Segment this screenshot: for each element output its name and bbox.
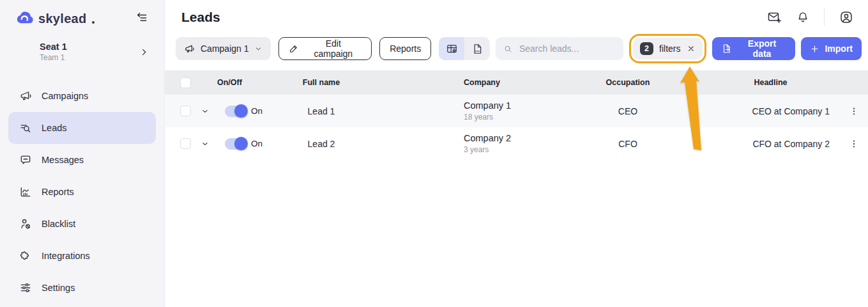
filters-chip-label: filters <box>659 43 680 54</box>
column-header-onoff: On/Off <box>216 70 280 95</box>
sidebar-item-settings[interactable]: Settings <box>8 272 156 304</box>
reports-chart-icon <box>19 185 32 198</box>
logo-text: skylead <box>38 12 87 25</box>
message-icon <box>19 154 32 166</box>
svg-text:csv: csv <box>475 49 480 52</box>
sidebar: skylead Seat 1 Team 1 <box>0 0 165 307</box>
table-row: On Lead 2 Company 2 3 years CFO CFO at C… <box>165 127 868 160</box>
seat-name: Seat 1 <box>40 42 139 52</box>
chevron-right-icon <box>139 47 149 57</box>
reports-button[interactable]: Reports <box>379 37 431 60</box>
sidebar-item-messages[interactable]: Messages <box>8 144 156 176</box>
logo-dot <box>92 21 95 24</box>
sidebar-item-integrations[interactable]: Integrations <box>8 240 156 272</box>
lead-occupation: CFO <box>554 127 701 160</box>
view-toggle: csv <box>439 37 490 60</box>
reports-button-label: Reports <box>390 43 421 54</box>
leads-table: On/Off Full name Company Occupation Head… <box>165 70 868 160</box>
search-box <box>496 37 623 60</box>
lead-company: Company 2 <box>464 132 511 144</box>
topbar: Leads <box>165 0 868 26</box>
row-menu-button[interactable] <box>849 106 859 116</box>
sidebar-menu: Campaigns Leads Messages Reports <box>0 80 164 304</box>
column-header-company: Company <box>446 70 554 95</box>
import-label: Import <box>825 43 853 54</box>
toggle-knob <box>234 104 248 118</box>
import-button[interactable]: Import <box>801 37 862 60</box>
toggle-state-label: On <box>251 139 263 148</box>
skylead-logo[interactable]: skylead <box>15 10 95 25</box>
sliders-icon <box>19 281 32 294</box>
toggle-knob <box>234 137 248 150</box>
table-header-row: On/Off Full name Company Occupation Head… <box>165 70 868 95</box>
sidebar-item-label: Messages <box>42 155 84 165</box>
sidebar-item-campaigns[interactable]: Campaigns <box>8 80 156 112</box>
puzzle-icon <box>19 249 32 262</box>
topbar-divider <box>824 9 825 26</box>
lead-company-tenure: 3 years <box>464 145 511 155</box>
export-file-icon <box>721 43 733 54</box>
lead-on-off-toggle[interactable] <box>225 106 247 117</box>
blocked-user-icon <box>19 217 32 230</box>
expand-row-button[interactable] <box>201 107 209 116</box>
lead-on-off-toggle[interactable] <box>225 138 247 150</box>
row-checkbox[interactable] <box>180 138 191 149</box>
export-data-label: Export data <box>737 38 786 59</box>
csv-view-toggle[interactable]: csv <box>464 37 490 60</box>
new-message-button[interactable] <box>766 10 782 25</box>
lead-occupation: CEO <box>554 95 701 127</box>
filters-count-badge: 2 <box>640 42 653 55</box>
sidebar-item-blacklist[interactable]: Blacklist <box>8 208 156 240</box>
campaign-selector[interactable]: Campaign 1 <box>176 37 271 60</box>
app-root: skylead Seat 1 Team 1 <box>0 0 868 307</box>
collapse-sidebar-button[interactable] <box>135 12 148 24</box>
select-all-checkbox[interactable] <box>180 77 191 88</box>
filters-chip[interactable]: 2 filters <box>633 38 702 59</box>
user-avatar-icon <box>839 10 854 25</box>
edit-campaign-label: Edit campaign <box>305 38 362 59</box>
lead-company: Company 1 <box>464 100 511 111</box>
bell-icon <box>796 10 810 24</box>
edit-campaign-button[interactable]: Edit campaign <box>278 37 372 60</box>
collapse-sidebar-icon <box>135 12 148 24</box>
seat-selector[interactable]: Seat 1 Team 1 <box>40 42 149 62</box>
megaphone-icon <box>19 90 32 102</box>
search-icon <box>503 43 513 54</box>
sidebar-item-label: Reports <box>42 187 74 197</box>
table-row: On Lead 1 Company 1 18 years CEO CEO at … <box>165 95 868 127</box>
expand-row-button[interactable] <box>201 139 209 148</box>
mail-plus-icon <box>766 10 782 25</box>
column-header-full-name: Full name <box>280 70 363 95</box>
column-header-headline: Headline <box>701 70 840 95</box>
sidebar-header: skylead <box>0 0 164 25</box>
page-title: Leads <box>181 10 220 25</box>
csv-file-icon: csv <box>471 43 483 55</box>
sidebar-item-label: Blacklist <box>42 219 75 229</box>
table-view-toggle[interactable] <box>439 37 464 60</box>
clear-filters-icon[interactable] <box>687 44 696 53</box>
lead-headline: CFO at Company 2 <box>701 127 840 160</box>
lead-full-name: Lead 1 <box>280 95 363 127</box>
column-header-occupation: Occupation <box>554 70 701 95</box>
sidebar-item-label: Settings <box>42 283 75 293</box>
megaphone-icon <box>184 43 195 54</box>
row-checkbox[interactable] <box>180 106 191 116</box>
export-data-button[interactable]: Export data <box>712 37 796 60</box>
kebab-menu-icon <box>849 139 859 149</box>
sidebar-item-label: Campaigns <box>42 91 88 101</box>
account-button[interactable] <box>839 10 854 25</box>
sidebar-item-leads[interactable]: Leads <box>8 112 156 144</box>
kebab-menu-icon <box>849 106 859 116</box>
campaign-selector-label: Campaign 1 <box>201 43 248 54</box>
lead-headline: CEO at Company 1 <box>701 95 840 127</box>
row-menu-button[interactable] <box>849 139 859 149</box>
sidebar-item-reports[interactable]: Reports <box>8 176 156 208</box>
sidebar-item-label: Leads <box>42 123 67 133</box>
toggle-state-label: On <box>251 106 263 116</box>
plus-icon <box>810 44 819 54</box>
notifications-button[interactable] <box>796 10 810 24</box>
filters-highlight-ring: 2 filters <box>629 34 706 63</box>
pencil-icon <box>289 43 299 54</box>
search-input[interactable] <box>518 43 616 54</box>
sidebar-item-label: Integrations <box>42 251 90 261</box>
